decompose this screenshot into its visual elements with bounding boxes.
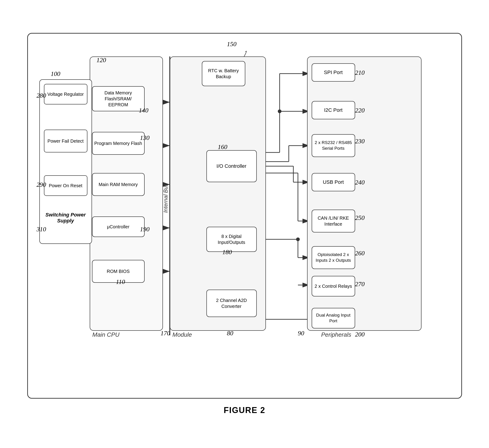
- box-a2d: 2 Channel A2D Converter: [207, 290, 257, 317]
- box-optoisolated: Optoisolated 2 x Inputs 2 x Outputs: [312, 246, 355, 269]
- label-190: 190: [140, 226, 150, 233]
- label-80: 80: [227, 330, 233, 337]
- page-container: Internal Bus: [16, 18, 473, 430]
- box-spi-port: SPI Port: [312, 63, 355, 82]
- box-voltage-reg: Voltage Regulator: [44, 84, 87, 104]
- box-i2c-port: I2C Port: [312, 101, 355, 119]
- label-160: 160: [218, 143, 227, 151]
- box-main-ram: Main RAM Memory: [92, 173, 145, 196]
- label-130: 130: [140, 134, 150, 142]
- svg-point-33: [296, 238, 300, 241]
- label-120: 120: [97, 56, 106, 64]
- label-100: 100: [51, 70, 60, 78]
- box-usb-port: USB Port: [312, 173, 355, 191]
- box-ucontroller: μController: [92, 216, 145, 237]
- label-90: 90: [298, 330, 304, 337]
- label-310: 310: [37, 226, 46, 233]
- label-170: 170: [161, 330, 170, 337]
- label-250: 250: [355, 214, 365, 222]
- label-110: 110: [116, 278, 125, 286]
- label-290: 290: [37, 181, 46, 188]
- label-main-cpu: Main CPU: [92, 331, 119, 338]
- box-control-relays: 2 x Control Relays: [312, 276, 355, 296]
- label-230: 230: [355, 138, 365, 145]
- label-280: 280: [37, 92, 46, 99]
- label-240: 240: [355, 179, 365, 186]
- label-200: 200: [355, 331, 365, 338]
- label-260: 260: [355, 250, 365, 257]
- box-rs232: 2 x RS232 / RS485 Serial Ports: [312, 134, 355, 157]
- svg-point-20: [278, 110, 282, 113]
- box-can-lin: CAN /LIN/ RKE Interface: [312, 210, 355, 232]
- label-270: 270: [355, 280, 365, 288]
- diagram-outer: Internal Bus: [27, 33, 462, 399]
- box-power-fail: Power Fail Detect: [44, 130, 87, 152]
- box-digital-io: 8 x Digital Input/Outputs: [207, 227, 257, 252]
- box-data-memory: Data Memory Flash/SRAM/ EEPROM: [92, 86, 145, 111]
- label-180: 180: [223, 248, 232, 256]
- label-switching-ps: Switching Power Supply: [43, 212, 89, 224]
- svg-text:Internal Bus: Internal Bus: [162, 184, 169, 213]
- label-210: 210: [355, 69, 365, 76]
- label-220: 220: [355, 107, 365, 114]
- label-140: 140: [139, 107, 149, 114]
- box-dual-analog: Dual Analog Input Port: [312, 308, 355, 328]
- box-io-controller: I/O Controller: [207, 150, 257, 182]
- box-rtc: RTC w. Battery Backup: [202, 61, 245, 86]
- label-module: Module: [173, 331, 192, 338]
- figure-caption: FIGURE 2: [224, 406, 265, 415]
- label-150: 150: [227, 40, 237, 48]
- box-program-memory: Program Memory Flash: [92, 132, 145, 155]
- label-peripherals: Peripherals: [321, 331, 351, 338]
- box-power-on-reset: Power On Reset: [44, 175, 87, 196]
